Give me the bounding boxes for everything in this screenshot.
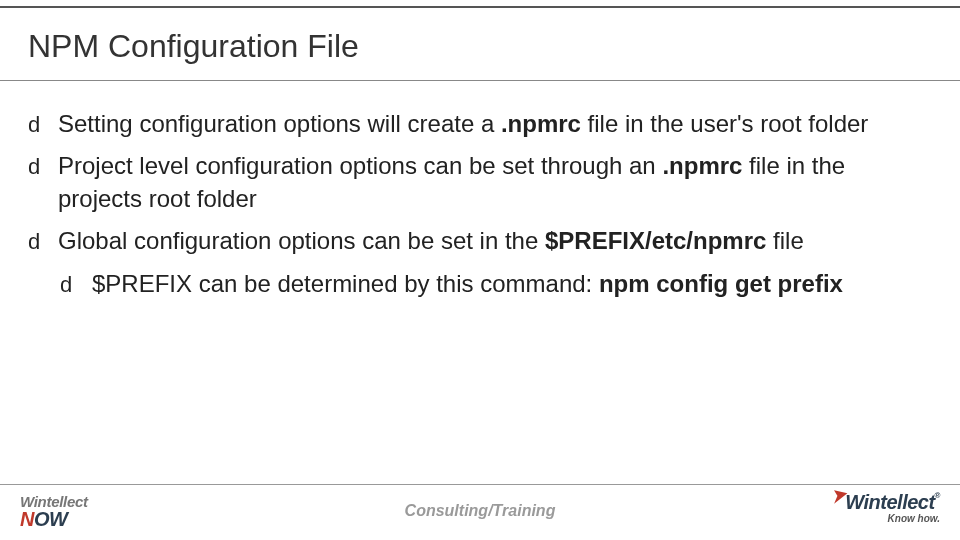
bullet-glyph-icon: d [28, 110, 40, 140]
sub-bullet-item: d$PREFIX can be determined by this comma… [28, 268, 932, 300]
bullet-glyph-icon: d [28, 227, 40, 257]
wintellect-now-logo: Wintellect NOW [20, 494, 88, 529]
bullet-item: dSetting configuration options will crea… [28, 108, 932, 140]
logo-right-tagline: Know how. [845, 514, 940, 524]
logo-left-line1: Wintellect [20, 494, 88, 509]
footer-center-text: Consulting/Training [405, 502, 556, 520]
logo-right-line1: ➤ Wintellect® [845, 492, 940, 512]
slide-content: dSetting configuration options will crea… [28, 108, 932, 310]
bullet-item: dProject level configuration options can… [28, 150, 932, 215]
bullet-glyph-icon: d [28, 152, 40, 182]
swoosh-icon: ➤ [829, 484, 848, 505]
logo-left-line2: NOW [20, 509, 88, 529]
bullet-item: dGlobal configuration options can be set… [28, 225, 932, 257]
footer-divider [0, 484, 960, 485]
wintellect-logo: ➤ Wintellect® Know how. [845, 492, 940, 524]
slide-title: NPM Configuration File [28, 28, 359, 65]
slide: NPM Configuration File dSetting configur… [0, 0, 960, 540]
bullet-glyph-icon: d [60, 270, 72, 300]
top-divider [0, 6, 960, 8]
title-divider [0, 80, 960, 81]
footer: Wintellect NOW Consulting/Training ➤ Win… [0, 484, 960, 540]
